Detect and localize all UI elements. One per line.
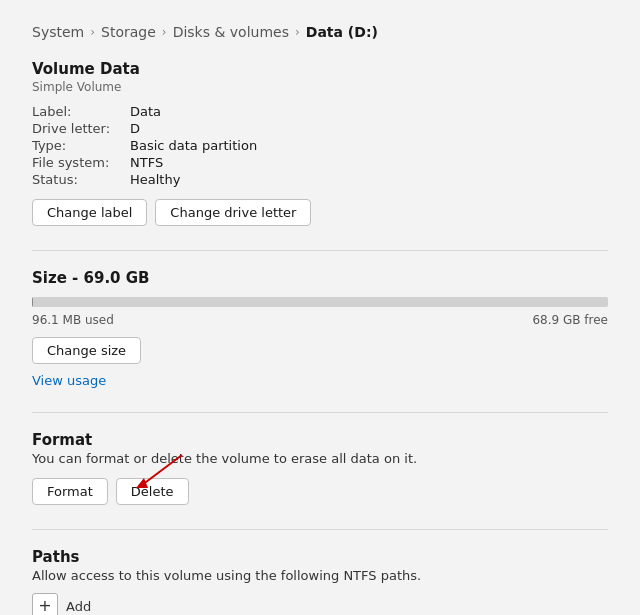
change-drive-letter-button[interactable]: Change drive letter [155,199,311,226]
breadcrumb-sep-1: › [90,25,95,39]
delete-button[interactable]: Delete [116,478,189,505]
size-title: Size - 69.0 GB [32,269,608,287]
add-path-button[interactable]: + [32,593,58,615]
change-size-button[interactable]: Change size [32,337,141,364]
divider-3 [32,529,608,530]
breadcrumb-sep-2: › [162,25,167,39]
type-key: Type: [32,138,122,153]
type-value: Basic data partition [130,138,608,153]
format-title: Format [32,431,608,449]
drive-letter-value: D [130,121,608,136]
volume-btn-row: Change label Change drive letter [32,199,608,226]
used-label: 96.1 MB used [32,313,114,327]
format-section: Format You can format or delete the volu… [32,431,608,505]
label-value: Data [130,104,608,119]
breadcrumb-sep-3: › [295,25,300,39]
paths-section: Paths Allow access to this volume using … [32,548,608,615]
status-value: Healthy [130,172,608,187]
volume-info-grid: Label: Data Drive letter: D Type: Basic … [32,104,608,187]
breadcrumb-current: Data (D:) [306,24,378,40]
view-usage-link[interactable]: View usage [32,373,106,388]
add-path-row: + Add [32,593,608,615]
breadcrumb-system: System [32,24,84,40]
breadcrumb-disks: Disks & volumes [173,24,289,40]
format-button[interactable]: Format [32,478,108,505]
size-btn-row: Change size [32,337,608,364]
volume-title: Volume Data [32,60,608,78]
status-key: Status: [32,172,122,187]
change-label-button[interactable]: Change label [32,199,147,226]
divider-1 [32,250,608,251]
storage-progress-fill [32,297,33,307]
format-btn-row: Format Delete [32,478,189,505]
label-key: Label: [32,104,122,119]
free-label: 68.9 GB free [532,313,608,327]
breadcrumb-storage: Storage [101,24,156,40]
breadcrumb: System › Storage › Disks & volumes › Dat… [32,24,608,40]
volume-subtitle: Simple Volume [32,80,608,94]
drive-letter-key: Drive letter: [32,121,122,136]
size-section: Size - 69.0 GB 96.1 MB used 68.9 GB free… [32,269,608,388]
size-labels: 96.1 MB used 68.9 GB free [32,313,608,327]
paths-title: Paths [32,548,608,566]
file-system-key: File system: [32,155,122,170]
volume-section: Volume Data Simple Volume Label: Data Dr… [32,60,608,226]
divider-2 [32,412,608,413]
file-system-value: NTFS [130,155,608,170]
paths-description: Allow access to this volume using the fo… [32,568,608,583]
settings-page: System › Storage › Disks & volumes › Dat… [0,0,640,615]
format-description: You can format or delete the volume to e… [32,451,608,466]
storage-progress-track [32,297,608,307]
add-path-label: Add [66,599,91,614]
